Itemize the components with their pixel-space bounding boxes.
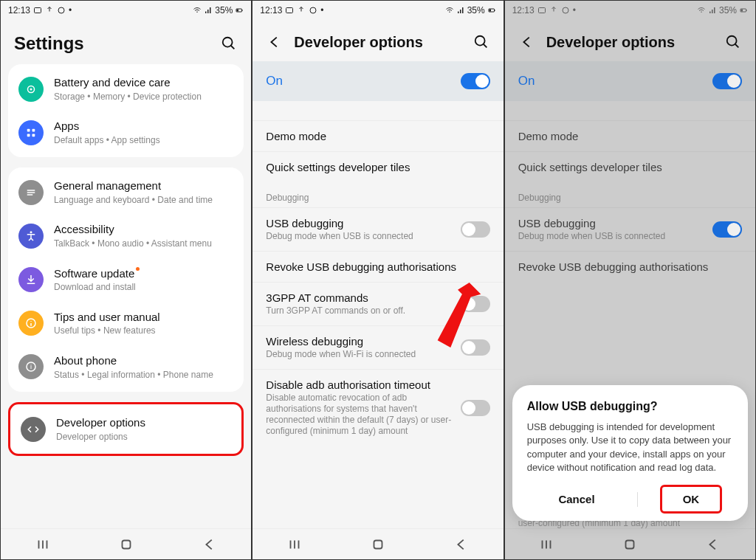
3gpp-toggle[interactable] [461,296,490,312]
svg-point-7 [30,88,32,90]
search-button[interactable] [472,33,490,51]
settings-item-accessibility[interactable]: Accessibility TalkBack • Mono audio • As… [8,214,244,257]
header: Developer options [252,20,503,61]
svg-point-22 [310,7,316,13]
svg-rect-21 [286,8,293,13]
cancel-button[interactable]: Cancel [537,487,615,511]
dialog-actions: Cancel OK [527,485,733,514]
dev-item-quick-tiles[interactable]: Quick settings developer tiles [252,151,503,182]
accessibility-icon [18,224,44,249]
battery-icon [235,6,244,15]
nav-bar [252,528,503,559]
recents-button[interactable] [286,536,303,553]
screen-developer-options-dialog: 12:13 • 35% Developer options On Demo mo… [504,0,756,560]
software-update-icon [18,267,44,292]
settings-item-tips[interactable]: Tips and user manual Useful tips • New f… [8,302,244,345]
master-toggle-row[interactable]: On [252,61,503,101]
settings-item-developer-options[interactable]: Developer options Developer options [10,407,241,451]
item-sub: Language and keyboard • Date and time [54,195,233,205]
svg-point-1 [58,7,64,13]
svg-rect-28 [374,540,382,548]
upload-icon [45,6,54,15]
master-toggle[interactable] [461,73,490,89]
item-sub: TalkBack • Mono audio • Assistant menu [54,238,233,249]
header: Settings [1,20,251,64]
back-button[interactable] [266,33,284,51]
home-button[interactable] [118,536,134,553]
signal-icon [456,6,465,15]
section-label-debugging: Debugging [252,182,503,207]
item-title: General management [54,179,233,193]
back-button[interactable] [202,536,218,553]
clock-icon [309,6,317,15]
home-button[interactable] [370,536,386,553]
clock-icon [57,6,66,15]
item-title: Developer options [56,416,231,430]
status-time: 12:13 [8,5,30,15]
svg-rect-10 [27,134,30,136]
battery-text: 35% [215,5,233,15]
gallery-icon [33,6,42,15]
disable-adb-toggle[interactable] [461,400,490,416]
dev-item-revoke[interactable]: Revoke USB debugging authorisations [252,251,503,282]
dev-item-wireless-debugging[interactable]: Wireless debugging Debug mode when Wi-Fi… [252,325,503,369]
settings-item-software-update[interactable]: Software update Download and install [8,258,244,302]
settings-item-general[interactable]: General management Language and keyboard… [8,170,244,214]
update-badge-icon [136,267,140,271]
item-sub: Default apps • App settings [54,135,233,145]
battery-icon [487,6,496,15]
item-title: About phone [54,354,233,368]
dev-item-usb-debugging[interactable]: USB debugging Debug mode when USB is con… [252,207,503,251]
divider [637,492,638,507]
page-title: Developer options [294,34,461,51]
usb-debugging-dialog: Allow USB debugging? USB debugging is in… [512,385,748,521]
dev-item-disable-adb-timeout[interactable]: Disable adb authorisation timeout Disabl… [252,369,503,446]
item-title: Apps [54,120,233,134]
developer-list: Demo mode Quick settings developer tiles… [252,101,503,528]
gallery-icon [285,6,294,15]
wireless-debugging-toggle[interactable] [461,339,490,356]
dev-item-demo-mode[interactable]: Demo mode [252,120,503,151]
usb-debugging-toggle[interactable] [461,221,490,238]
svg-rect-11 [32,134,35,136]
search-button[interactable] [220,35,238,52]
on-label: On [266,74,283,89]
dialog-body: USB debugging is intended for developmen… [527,421,733,474]
svg-rect-3 [242,10,243,11]
tips-icon [18,311,44,336]
svg-rect-24 [494,10,495,11]
status-bar: 12:13 • 35% [252,1,503,20]
back-button[interactable] [453,536,470,553]
svg-point-26 [475,36,484,46]
settings-list: Battery and device care Storage • Memory… [1,64,251,528]
item-sub: Developer options [56,432,231,442]
general-icon [18,180,44,205]
item-title: Battery and device care [54,76,233,90]
svg-rect-4 [237,10,239,12]
svg-rect-12 [27,190,35,191]
svg-rect-25 [489,10,491,12]
settings-item-about[interactable]: i About phone Status • Legal information… [8,345,244,389]
dev-item-3gpp[interactable]: 3GPP AT commands Turn 3GPP AT commands o… [252,282,503,325]
svg-rect-14 [27,194,33,196]
ok-button[interactable]: OK [660,485,723,514]
recents-button[interactable] [35,536,51,553]
svg-rect-16 [27,283,35,285]
item-sub: Storage • Memory • Device protection [54,91,233,102]
battery-text: 35% [467,5,485,15]
nav-bar [1,528,251,559]
dialog-title: Allow USB debugging? [527,400,733,413]
developer-icon [21,417,46,442]
svg-point-15 [30,231,32,233]
upload-icon [297,6,306,15]
dot-icon: • [320,5,323,15]
svg-rect-0 [35,8,41,13]
settings-group: General management Language and keyboard… [8,167,244,392]
svg-text:i: i [30,363,32,370]
apps-icon [18,120,44,145]
settings-group-developer: Developer options Developer options [8,402,244,456]
svg-point-5 [223,38,233,47]
settings-item-battery[interactable]: Battery and device care Storage • Memory… [8,67,244,111]
item-title: Accessibility [54,223,233,237]
settings-item-apps[interactable]: Apps Default apps • App settings [8,111,244,154]
